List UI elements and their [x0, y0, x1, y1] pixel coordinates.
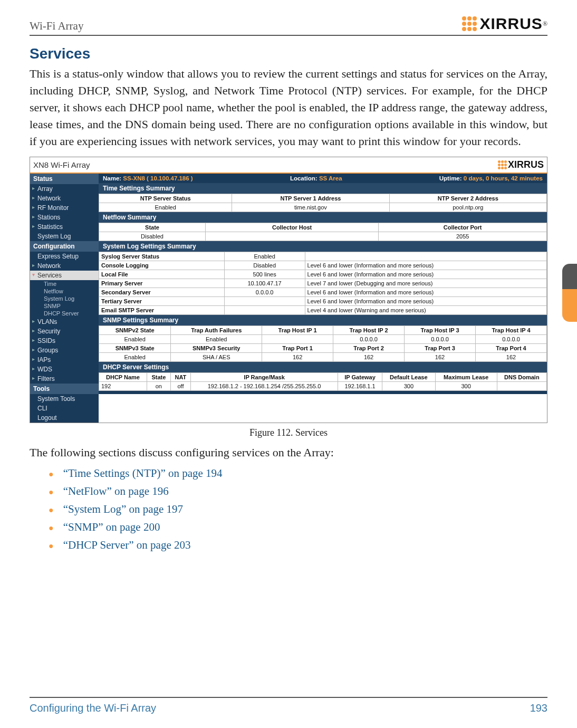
- footer-page-number: 193: [530, 702, 547, 714]
- sidebar-sub-system-log[interactable]: System Log: [30, 295, 99, 302]
- sidebar-item-groups[interactable]: Groups: [30, 346, 99, 355]
- sidebar-section-configuration: Configuration: [30, 241, 99, 252]
- list-item: “SNMP” on page 200: [49, 521, 547, 535]
- th-nf-host: Collector Host: [206, 223, 379, 232]
- footer-section: Configuring the Wi-Fi Array: [30, 702, 156, 714]
- sidebar-item-cli[interactable]: CLI: [30, 404, 99, 413]
- syslog-table: Syslog Server StatusEnabled Console Logg…: [99, 252, 547, 315]
- intro-paragraph: This is a status-only window that allows…: [30, 65, 547, 149]
- link-snmp[interactable]: “SNMP” on page 200: [63, 521, 160, 534]
- sidebar-sub-dhcp-server[interactable]: DHCP Server: [30, 310, 99, 317]
- screenshot-main: Name: SS-XN8 ( 10.100.47.186 ) Location:…: [99, 174, 547, 423]
- td-nf-host: [206, 232, 379, 241]
- td-ntp2: pool.ntp.org: [389, 203, 546, 212]
- sidebar-item-system-log[interactable]: System Log: [30, 232, 99, 241]
- time-table: NTP Server StatusNTP Server 1 AddressNTP…: [99, 194, 547, 212]
- sidebar-item-express-setup[interactable]: Express Setup: [30, 252, 99, 261]
- info-name-label: Name:: [103, 175, 121, 181]
- figure-caption: Figure 112. Services: [30, 427, 547, 438]
- link-time-settings[interactable]: “Time Settings (NTP)” on page 194: [63, 467, 223, 480]
- page-tab-decoration: [562, 264, 577, 322]
- sidebar-sub-snmp[interactable]: SNMP: [30, 302, 99, 310]
- th-ntp1: NTP Server 1 Address: [232, 194, 389, 203]
- sidebar-item-wds[interactable]: WDS: [30, 365, 99, 374]
- info-location-label: Location:: [290, 175, 318, 181]
- info-uptime-label: Uptime:: [439, 175, 462, 181]
- page-footer: Configuring the Wi-Fi Array 193: [30, 697, 547, 714]
- sidebar-item-filters[interactable]: Filters: [30, 374, 99, 384]
- sidebar-sub-netflow[interactable]: Netflow: [30, 288, 99, 295]
- sidebar-item-network[interactable]: Network: [30, 194, 99, 203]
- section-syslog: System Log Settings Summary: [99, 241, 547, 252]
- sidebar-sub-time[interactable]: Time: [30, 280, 99, 288]
- sidebar-item-services[interactable]: Services: [30, 271, 99, 280]
- netflow-table: StateCollector HostCollector Port Disabl…: [99, 223, 547, 241]
- list-item: “DHCP Server” on page 203: [49, 539, 547, 553]
- section-snmp: SNMP Settings Summary: [99, 315, 547, 325]
- table-row: Console LoggingDisabledLevel 6 and lower…: [99, 261, 547, 270]
- logo-dots-icon: [498, 160, 507, 169]
- screenshot-brand-name: XIRRUS: [508, 159, 544, 170]
- sidebar-item-rf-monitor[interactable]: RF Monitor: [30, 203, 99, 213]
- section-dhcp: DHCP Server Settings: [99, 362, 547, 372]
- sidebar-item-stations[interactable]: Stations: [30, 213, 99, 222]
- cross-reference-list: “Time Settings (NTP)” on page 194 “NetFl…: [49, 467, 547, 553]
- lead-text: The following sections discuss configuri…: [30, 446, 547, 459]
- table-row: Primary Server10.100.47.17Level 7 and lo…: [99, 279, 547, 288]
- list-item: “Time Settings (NTP)” on page 194: [49, 467, 547, 482]
- list-item: “NetFlow” on page 196: [49, 485, 547, 500]
- info-location-value: SS Area: [319, 175, 342, 181]
- page-header: Wi-Fi Array XIRRUS®: [30, 15, 547, 36]
- brand-logo: XIRRUS®: [462, 15, 547, 33]
- td-nf-port: 2055: [379, 232, 547, 241]
- dhcp-table: DHCP Name State NAT IP Range/Mask IP Gat…: [99, 372, 547, 391]
- th-nf-state: State: [99, 223, 206, 232]
- link-dhcp-server[interactable]: “DHCP Server” on page 203: [63, 539, 191, 552]
- sidebar-item-network-cfg[interactable]: Network: [30, 261, 99, 271]
- snmp-table: SNMPv2 State Trap Auth Failures Trap Hos…: [99, 325, 547, 362]
- table-row: Secondary Server0.0.0.0Level 6 and lower…: [99, 288, 547, 297]
- screenshot-brand-logo: XIRRUS: [498, 159, 544, 170]
- table-row: Local File500 linesLevel 6 and lower (In…: [99, 270, 547, 279]
- info-row: Name: SS-XN8 ( 10.100.47.186 ) Location:…: [99, 174, 547, 183]
- td-ntp-status: Enabled: [99, 203, 232, 212]
- sidebar-item-statistics[interactable]: Statistics: [30, 222, 99, 232]
- screenshot-footer-bar: [99, 391, 547, 394]
- link-system-log[interactable]: “System Log” on page 197: [63, 503, 183, 516]
- sidebar-item-vlans[interactable]: VLANs: [30, 317, 99, 327]
- list-item: “System Log” on page 197: [49, 503, 547, 518]
- window-title: XN8 Wi-Fi Array: [33, 160, 90, 169]
- services-screenshot: XN8 Wi-Fi Array XIRRUS Status Array Netw…: [30, 157, 547, 423]
- table-row: Email SMTP ServerLevel 4 and lower (Warn…: [99, 306, 547, 315]
- registered-icon: ®: [543, 20, 547, 28]
- sidebar-item-ssids[interactable]: SSIDs: [30, 336, 99, 346]
- doc-section-label: Wi-Fi Array: [30, 20, 83, 33]
- page-title: Services: [30, 45, 547, 62]
- info-uptime-value: 0 days, 0 hours, 42 minutes: [464, 175, 543, 181]
- screenshot-titlebar: XN8 Wi-Fi Array XIRRUS: [30, 157, 547, 174]
- th-ntp-status: NTP Server Status: [99, 194, 232, 203]
- sidebar-item-security[interactable]: Security: [30, 327, 99, 336]
- td-ntp1: time.nist.gov: [232, 203, 389, 212]
- sidebar-item-logout[interactable]: Logout: [30, 413, 99, 423]
- sidebar-section-status: Status: [30, 174, 99, 184]
- section-netflow: Netflow Summary: [99, 212, 547, 223]
- th-nf-port: Collector Port: [379, 223, 547, 232]
- table-row: Tertiary ServerLevel 6 and lower (Inform…: [99, 297, 547, 306]
- link-netflow[interactable]: “NetFlow” on page 196: [63, 485, 169, 498]
- sidebar-section-tools: Tools: [30, 384, 99, 394]
- th-ntp2: NTP Server 2 Address: [389, 194, 546, 203]
- sidebar-item-array[interactable]: Array: [30, 184, 99, 194]
- logo-dots-icon: [462, 16, 477, 31]
- sidebar-item-iaps[interactable]: IAPs: [30, 355, 99, 365]
- nav-sidebar: Status Array Network RF Monitor Stations…: [30, 174, 99, 423]
- td-nf-state: Disabled: [99, 232, 206, 241]
- sidebar-item-system-tools[interactable]: System Tools: [30, 394, 99, 404]
- brand-name: XIRRUS: [480, 15, 543, 33]
- info-name-value: SS-XN8 ( 10.100.47.186 ): [123, 175, 193, 181]
- table-row: Syslog Server StatusEnabled: [99, 252, 547, 261]
- section-time-settings: Time Settings Summary: [99, 183, 547, 194]
